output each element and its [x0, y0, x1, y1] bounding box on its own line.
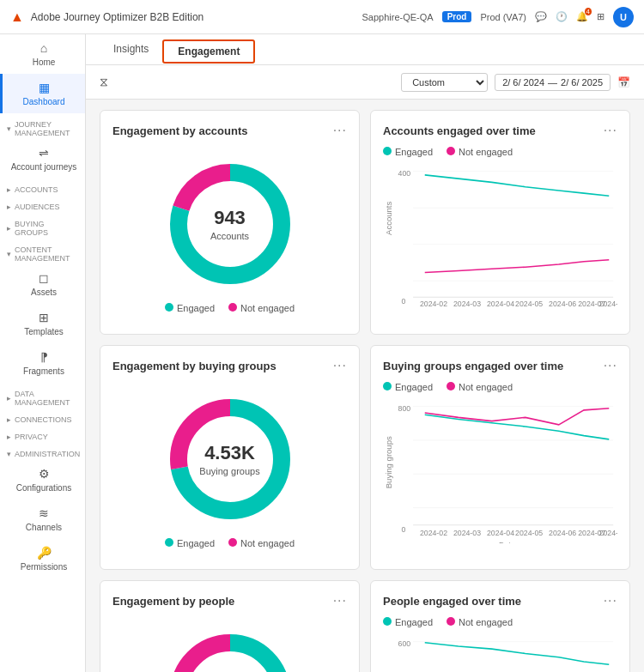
- card-header-accounts-time: Accounts engaged over time ···: [383, 123, 617, 138]
- sidebar-group-data[interactable]: ▸ Data Management: [0, 383, 85, 409]
- legend-engaged-accounts: Engaged: [165, 303, 215, 313]
- card-header-buying-time: Buying groups engaged over time ···: [383, 358, 617, 373]
- permissions-label: Permissions: [21, 562, 67, 572]
- card-title-people: Engagement by people: [112, 595, 234, 608]
- x-label-b7: 2024-08: [599, 529, 617, 537]
- sidebar-item-account-journeys[interactable]: ⇌ Account journeys: [0, 139, 85, 179]
- card-engagement-buying: Engagement by buying groups ··· 4.53K Bu…: [100, 345, 360, 570]
- y-label-400: 400: [398, 169, 411, 178]
- chevron-right-icon-data: ▸: [7, 394, 11, 403]
- card-header-accounts: Engagement by accounts ···: [112, 123, 347, 138]
- chart-buying-time: 800 0 Buying groups 202: [383, 397, 617, 543]
- tab-insights[interactable]: Insights: [100, 34, 162, 65]
- date-to: 2/ 6/ 2025: [561, 77, 603, 88]
- tab-engagement[interactable]: Engagement: [162, 39, 255, 64]
- dashboard-grid: Engagement by accounts ··· 943 Accounts: [100, 110, 630, 672]
- x-label-4: 2024-05: [515, 300, 543, 308]
- sidebar-item-dashboard[interactable]: ▦ Dashboard: [0, 74, 85, 113]
- card-engagement-accounts: Engagement by accounts ··· 943 Accounts: [100, 110, 360, 335]
- not-engaged-line-accounts: [425, 260, 610, 273]
- donut-value-accounts: 943: [210, 207, 249, 229]
- x-label-5: 2024-06: [549, 300, 576, 308]
- donut-legend-buying: Engaged Not engaged: [165, 538, 295, 548]
- dashboard-content: Engagement by accounts ··· 943 Accounts: [86, 100, 644, 672]
- chevron-right-icon-priv: ▸: [7, 433, 11, 441]
- sidebar-item-channels[interactable]: ≋ Channels: [0, 499, 85, 539]
- y-label-0: 0: [401, 296, 405, 305]
- bell-icon[interactable]: 🔔4: [576, 11, 588, 22]
- filter-icon[interactable]: ⧖: [100, 75, 108, 89]
- templates-icon: ⊞: [39, 311, 49, 324]
- sidebar-home-label: Home: [33, 58, 56, 67]
- sidebar-group-audiences[interactable]: ▸ Audiences: [0, 196, 85, 213]
- chart-legend-buying-time: Engaged Not engaged: [383, 382, 617, 392]
- sidebar-group-privacy[interactable]: ▸ Privacy: [0, 426, 85, 443]
- donut-label-accounts: Accounts: [210, 231, 249, 241]
- sidebar-group-connections[interactable]: ▸ Connections: [0, 409, 85, 426]
- dashboard-icon: ▦: [39, 81, 50, 94]
- x-label-1: 2024-02: [420, 300, 447, 308]
- tabs-bar: Insights Engagement: [86, 34, 644, 65]
- env-badge: Prod: [442, 11, 472, 22]
- templates-label: Templates: [24, 327, 64, 336]
- legend-engaged-bt: Engaged: [383, 382, 433, 392]
- donut-center-accounts: 943 Accounts: [210, 207, 249, 241]
- donut-people-chart: 6.88K People: [161, 626, 299, 672]
- chart-legend-accounts-time: Engaged Not engaged: [383, 147, 617, 157]
- avatar[interactable]: U: [613, 7, 634, 27]
- env-val: Prod (VA7): [480, 12, 526, 22]
- x-label-2: 2024-03: [453, 300, 481, 308]
- chevron-down-icon: ▾: [7, 124, 11, 133]
- sidebar-item-fragments[interactable]: ⁋ Fragments: [0, 343, 85, 383]
- chart-legend-people-time: Engaged Not engaged: [383, 617, 617, 627]
- connections-group-label: Connections: [15, 415, 72, 424]
- legend-engaged-buying: Engaged: [165, 538, 215, 548]
- sidebar-item-permissions[interactable]: 🔑 Permissions: [0, 539, 85, 578]
- date-separator: —: [548, 77, 557, 88]
- sidebar-item-configurations[interactable]: ⚙ Configurations: [0, 460, 85, 499]
- x-axis-title-bt: Date: [499, 541, 514, 543]
- not-engaged-dot-at: [447, 147, 455, 155]
- configurations-label: Configurations: [16, 483, 71, 493]
- sidebar-group-accounts[interactable]: ▸ Accounts: [0, 179, 85, 196]
- content-area: Insights Engagement ⧖ Custom Last 7 days…: [86, 34, 644, 672]
- card-menu-accounts[interactable]: ···: [333, 123, 347, 138]
- y-label-800: 800: [398, 404, 411, 413]
- help-icon[interactable]: 🕐: [556, 11, 568, 22]
- card-title-people-time: People engaged over time: [383, 595, 521, 608]
- chat-icon[interactable]: 💬: [535, 11, 547, 22]
- card-menu-people-time[interactable]: ···: [604, 593, 617, 608]
- main-layout: ⌂ Home ▦ Dashboard ▾ Journey Management …: [0, 34, 644, 672]
- card-menu-people[interactable]: ···: [333, 593, 347, 608]
- sidebar-item-templates[interactable]: ⊞ Templates: [0, 304, 85, 343]
- calendar-icon[interactable]: 📅: [617, 76, 630, 88]
- card-menu-buying-time[interactable]: ···: [604, 358, 617, 373]
- permissions-icon: 🔑: [37, 546, 52, 560]
- assets-icon: ◻: [39, 271, 49, 285]
- date-from: 2/ 6/ 2024: [502, 77, 544, 88]
- card-title-buying-time: Buying groups engaged over time: [383, 360, 563, 372]
- sidebar-group-buying[interactable]: ▸ Buying groups: [0, 213, 85, 239]
- date-range-select[interactable]: Custom Last 7 days Last 30 days: [401, 73, 488, 92]
- app-title: Adobe Journey Optimizer B2B Edition: [31, 11, 204, 23]
- engaged-dot-at: [383, 147, 392, 155]
- legend-not-engaged-accounts: Not engaged: [228, 303, 295, 313]
- legend-engaged-pt: Engaged: [383, 617, 433, 627]
- donut-buying: 4.53K Buying groups Engaged Not engaged: [112, 382, 347, 557]
- sidebar-item-home[interactable]: ⌂ Home: [0, 34, 85, 74]
- y-label-0-buying: 0: [401, 525, 405, 534]
- card-menu-buying[interactable]: ···: [333, 358, 347, 373]
- not-engaged-dot-pt: [447, 617, 455, 626]
- env-label: Sapphire-QE-QA: [361, 12, 433, 22]
- buying-group-label: Buying groups: [15, 220, 78, 237]
- x-label-b1: 2024-02: [420, 529, 447, 537]
- sidebar-item-assets[interactable]: ◻ Assets: [0, 264, 85, 304]
- channels-icon: ≋: [39, 506, 49, 520]
- card-menu-accounts-time[interactable]: ···: [604, 123, 617, 138]
- sidebar-group-content[interactable]: ▾ Content Management: [0, 239, 85, 264]
- sidebar-group-admin[interactable]: ▾ Administration: [0, 443, 85, 460]
- audiences-group-label: Audiences: [15, 203, 60, 211]
- chevron-right-icon: ▸: [7, 185, 11, 194]
- sidebar-group-journey[interactable]: ▾ Journey Management: [0, 113, 85, 139]
- grid-icon[interactable]: ⊞: [597, 11, 605, 22]
